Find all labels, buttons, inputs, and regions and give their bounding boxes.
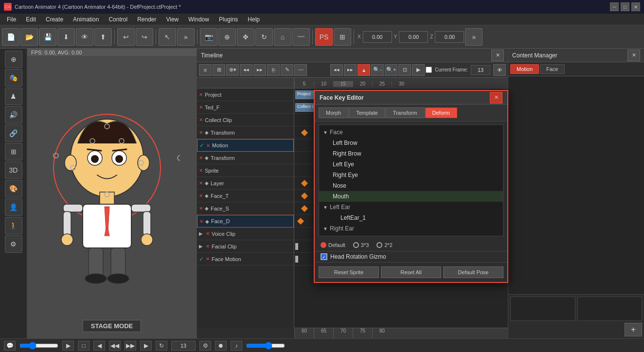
record-button[interactable]: PS — [315, 28, 333, 46]
undo-button[interactable]: ↩ — [117, 28, 135, 46]
sidebar-btn-2[interactable]: 🎭 — [5, 69, 22, 87]
select-button[interactable]: ↖ — [159, 28, 176, 46]
track-transform[interactable]: ✕ ◆ Transform — [197, 126, 294, 139]
tl-btn-record[interactable]: ▲ — [358, 64, 370, 76]
camera-button[interactable]: 📷 — [200, 28, 217, 46]
fke-node-right-eye[interactable]: Right Eye — [319, 170, 503, 180]
keyframe-4[interactable] — [301, 205, 308, 211]
play-btn[interactable]: ▶ — [62, 341, 74, 351]
export-button[interactable]: ⬆ — [94, 28, 112, 46]
fke-radio-3x3[interactable]: 3*3 — [353, 242, 369, 248]
track-layer[interactable]: ✕ ◆ Layer — [197, 177, 294, 190]
current-frame-input[interactable] — [471, 65, 490, 75]
fke-tab-template[interactable]: Template — [349, 107, 385, 118]
timeline-close[interactable]: ✕ — [491, 50, 504, 61]
wave-button[interactable]: 〰 — [292, 28, 310, 46]
menu-render[interactable]: Render — [132, 15, 161, 24]
sidebar-btn-6[interactable]: ⊞ — [5, 143, 22, 160]
tl-btn-next-key[interactable]: ▸▸ — [253, 64, 266, 76]
tl-btn-track[interactable]: ⊕▾ — [226, 64, 239, 76]
save-button[interactable]: 💾 — [39, 28, 56, 46]
tl-btn-play[interactable]: ▶ — [412, 64, 425, 76]
next-key-btn[interactable]: ▶▶ — [125, 341, 136, 351]
menu-plugins[interactable]: Plugins — [214, 15, 243, 24]
track-transform2[interactable]: ✕ ◆ Transform — [197, 152, 294, 164]
tl-btn-prev-key[interactable]: ◂◂ — [240, 64, 252, 76]
move-button[interactable]: ✥ — [237, 28, 254, 46]
home-button[interactable]: ⌂ — [274, 28, 291, 46]
new-button[interactable]: 📄 — [2, 28, 19, 46]
track-face_t[interactable]: ✕ ◆ Face_T — [197, 190, 294, 202]
fke-node-right-brow[interactable]: Right Brow — [319, 148, 503, 159]
import-button[interactable]: ⬇ — [57, 28, 75, 46]
track-project[interactable]: ✕ Project — [197, 88, 294, 101]
tl-btn-fit[interactable]: ⊡ — [398, 64, 411, 76]
track-motion[interactable]: ✓ ✕ Motion — [197, 139, 294, 152]
fke-tab-deform[interactable]: Deform — [425, 107, 457, 118]
fke-tab-morph[interactable]: Morph — [319, 107, 348, 118]
settings-btn[interactable]: ⚙ — [199, 341, 211, 351]
audio-btn[interactable]: ♪ — [231, 341, 242, 351]
menu-create[interactable]: Create — [41, 15, 68, 24]
tl-btn-zoom-in[interactable]: 🔍+ — [385, 64, 397, 76]
more-button[interactable]: » — [177, 28, 195, 46]
tl-btn-add[interactable]: ⊞ — [213, 64, 225, 76]
bone-button[interactable]: ⊕ — [218, 28, 236, 46]
rotate-button[interactable]: ↻ — [255, 28, 273, 46]
track-facial-clip[interactable]: ▶ ✕ Facial Clip — [197, 240, 294, 253]
fke-node-left-brow[interactable]: Left Brow — [319, 138, 503, 148]
menu-view[interactable]: View — [161, 15, 183, 24]
fke-tab-transform[interactable]: Transform — [386, 107, 425, 118]
prev-key-btn[interactable]: ◀◀ — [109, 341, 121, 351]
minimize-button[interactable]: ─ — [610, 2, 619, 11]
sidebar-btn-7[interactable]: 3D — [5, 161, 22, 179]
menu-window[interactable]: Window — [183, 15, 214, 24]
keyframe-5[interactable] — [297, 217, 304, 224]
sidebar-btn-1[interactable]: ⊕ — [5, 51, 22, 68]
fke-node-nose[interactable]: Nose — [319, 180, 503, 191]
sidebar-btn-11[interactable]: ⚙ — [5, 235, 22, 253]
cm-tab-motion[interactable]: Motion — [510, 64, 539, 74]
track-face_s[interactable]: ✕ ◆ Face_S — [197, 202, 294, 215]
tl-btn-wave[interactable]: 〰 — [294, 64, 307, 76]
menu-edit[interactable]: Edit — [21, 15, 41, 24]
fke-node-mouth[interactable]: Mouth — [319, 191, 503, 202]
track-voice-clip[interactable]: ▶ ✕ Voice Clip — [197, 228, 294, 240]
tl-btn-prev-frame[interactable]: ◂◂ — [330, 64, 343, 76]
grid-button[interactable]: ⊞ — [334, 28, 351, 46]
stop-btn[interactable]: □ — [78, 341, 89, 351]
fke-node-left-ear[interactable]: ▼ Left Ear — [319, 202, 503, 212]
reset-all-button[interactable]: Reset All — [381, 266, 441, 278]
head-rotation-checkbox[interactable] — [321, 253, 327, 260]
keyframe-2[interactable] — [301, 179, 308, 186]
tl-btn-copy[interactable]: ⎘ — [267, 64, 280, 76]
tl-loop-check[interactable] — [426, 67, 432, 73]
z-input[interactable] — [435, 31, 464, 43]
zoom-slider[interactable] — [19, 342, 58, 350]
y-input[interactable] — [399, 31, 428, 43]
volume-slider[interactable] — [246, 342, 285, 350]
fke-close-button[interactable]: ✕ — [490, 92, 502, 104]
sidebar-btn-3[interactable]: ♟ — [5, 88, 22, 105]
cm-close-button[interactable]: ✕ — [627, 50, 640, 61]
frame-input[interactable] — [171, 341, 196, 351]
track-face_d[interactable]: ✕ ◆ Face_D — [197, 215, 294, 228]
preview-button[interactable]: 👁 — [76, 28, 93, 46]
motion-check-icon[interactable]: ✓ — [199, 142, 204, 149]
sidebar-btn-9[interactable]: 👤 — [5, 198, 22, 216]
keyframe-1[interactable] — [301, 129, 308, 136]
next-frame-btn[interactable]: ▶ — [140, 341, 152, 351]
track-ted_f[interactable]: ✕ Ted_F — [197, 101, 294, 114]
expand-button[interactable]: » — [465, 28, 483, 46]
sidebar-btn-5[interactable]: 🔗 — [5, 124, 22, 142]
loop-btn[interactable]: ↻ — [156, 341, 167, 351]
fke-node-face[interactable]: ▼ Face — [319, 127, 503, 138]
redo-button[interactable]: ↪ — [136, 28, 153, 46]
sidebar-btn-10[interactable]: 🚶 — [5, 217, 22, 234]
prev-frame-btn[interactable]: ◀ — [93, 341, 105, 351]
tl-btn-edit[interactable]: ✎ — [281, 64, 293, 76]
track-collect-clip[interactable]: ✕ Collect Clip — [197, 114, 294, 126]
fke-node-right-ear[interactable]: ▼ Right Ear — [319, 223, 503, 234]
status-chat[interactable]: 💬 — [4, 341, 16, 351]
menu-animation[interactable]: Animation — [68, 15, 104, 24]
